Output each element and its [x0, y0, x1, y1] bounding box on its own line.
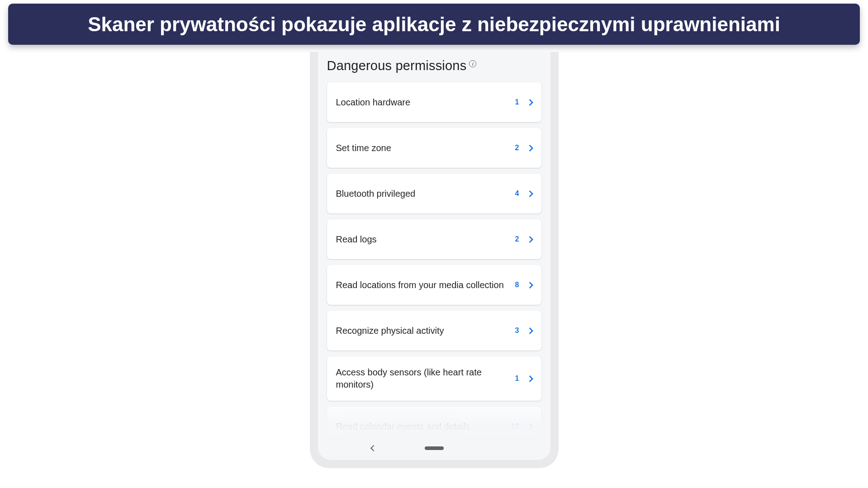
chevron-right-icon: [526, 375, 533, 382]
permission-label: Access body sensors (like heart rate mon…: [336, 366, 515, 391]
phone-screen: Dangerous permissions i Location hardwar…: [318, 52, 550, 460]
chevron-right-icon: [526, 423, 533, 430]
permission-bluetooth-privileged[interactable]: Bluetooth privileged 4: [327, 174, 541, 213]
permission-count: 3: [515, 327, 519, 335]
permission-label: Recognize physical activity: [336, 325, 515, 337]
permission-label: Bluetooth privileged: [336, 188, 515, 200]
phone-frame: Dangerous permissions i Location hardwar…: [310, 52, 559, 468]
permission-count: 1: [515, 374, 519, 383]
banner-title: Skaner prywatności pokazuje aplikacje z …: [88, 13, 780, 35]
section-title: Dangerous permissions: [327, 58, 467, 73]
permission-right: 2: [515, 235, 532, 243]
chevron-right-icon: [526, 327, 533, 334]
permission-right: 1: [515, 374, 532, 383]
permission-recognize-activity[interactable]: Recognize physical activity 3: [327, 311, 541, 351]
page-banner: Skaner prywatności pokazuje aplikacje z …: [8, 4, 860, 45]
permission-location-hardware[interactable]: Location hardware 1: [327, 82, 541, 122]
chevron-right-icon: [526, 281, 533, 289]
section-title-row: Dangerous permissions i: [327, 52, 541, 82]
permission-count: 1: [515, 98, 519, 106]
permission-body-sensors[interactable]: Access body sensors (like heart rate mon…: [327, 356, 541, 401]
permission-right: 1: [515, 98, 532, 106]
permission-count: 8: [515, 281, 519, 289]
permission-read-media-locations[interactable]: Read locations from your media collectio…: [327, 265, 541, 305]
permission-right: 8: [515, 281, 532, 289]
info-icon[interactable]: i: [469, 60, 476, 67]
permission-label: Read calendar events and details: [336, 421, 511, 433]
permission-read-logs[interactable]: Read logs 2: [327, 219, 541, 259]
permission-right: 2: [515, 144, 532, 152]
permission-label: Set time zone: [336, 142, 515, 154]
permission-count: 4: [515, 190, 519, 198]
permission-label: Read locations from your media collectio…: [336, 279, 515, 291]
permission-count: 2: [515, 235, 519, 243]
nav-home-pill[interactable]: [425, 446, 444, 450]
permission-label: Read logs: [336, 233, 515, 246]
chevron-right-icon: [526, 144, 533, 152]
permission-right: 4: [515, 190, 532, 198]
chevron-right-icon: [526, 236, 533, 243]
chevron-right-icon: [526, 190, 533, 197]
permissions-list: Location hardware 1 Set time zone 2 Blue…: [327, 82, 541, 446]
permission-set-time-zone[interactable]: Set time zone 2: [327, 128, 541, 168]
permission-count: 10: [511, 422, 519, 431]
chevron-right-icon: [526, 99, 533, 106]
android-nav-bar: [318, 436, 550, 460]
permission-right: 10: [511, 422, 532, 431]
permission-label: Location hardware: [336, 96, 515, 109]
nav-back-icon[interactable]: [370, 445, 376, 451]
permission-right: 3: [515, 327, 532, 335]
permission-count: 2: [515, 144, 519, 152]
